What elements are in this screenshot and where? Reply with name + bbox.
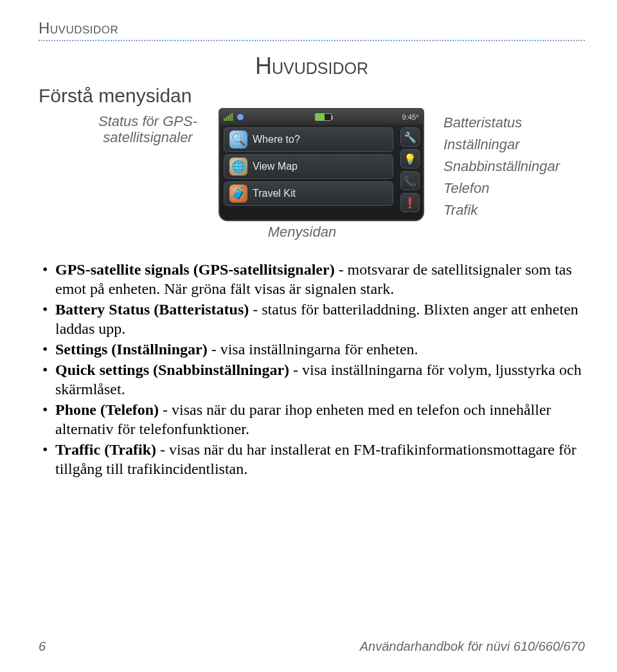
list-item: Traffic (Trafik) - visas när du har inst… [39,440,585,478]
bulb-icon[interactable]: 💡 [400,149,420,168]
feature-bold: Quick settings (Snabbinställningar) [55,361,289,378]
phone-icon[interactable]: 📞 [400,171,420,190]
page-footer: 6 Användarhandbok för nüvi 610/660/670 [39,639,585,654]
list-item: Quick settings (Snabbinställningar) - vi… [39,360,585,399]
device-menu-list: 🔍 Where to? 🌐 View Map 🧳 Travel Kit [220,125,397,220]
label-snabbinstallningar: Snabbinställningar [443,156,585,177]
device-body: 🔍 Where to? 🌐 View Map 🧳 Travel Kit 🔧 💡 … [220,125,423,220]
label-gps-signals: Status för GPS- satellitsignaler [84,113,212,146]
label-telefon: Telefon [443,177,585,199]
menu-item-label: Travel Kit [253,188,296,199]
page-title: Huvudsidor [39,53,585,80]
label-gps-line1: Status för GPS- [98,113,197,129]
device-statusbar: 9:45ᴬ [220,109,423,125]
menu-item-label: Where to? [253,134,300,145]
magnifier-icon: 🔍 [229,131,247,149]
label-trafik: Trafik [443,199,585,221]
section-heading: Förstå menysidan [39,85,585,107]
bluetooth-icon [237,113,244,121]
menu-diagram: Status för GPS- satellitsignaler 9:45ᴬ 🔍… [39,108,585,256]
feature-rest: - visa inställningarna för enheten. [208,341,418,358]
feature-bold: Settings (Inställningar) [55,341,208,358]
menu-item-label: View Map [253,161,298,172]
label-batteristatus: Batteristatus [443,112,585,134]
doc-title: Användarhandbok för nüvi 610/660/670 [360,639,585,654]
caption-menysidan: Menysidan [251,224,353,241]
feature-bold: Traffic (Trafik) [55,441,156,458]
wrench-icon[interactable]: 🔧 [400,127,420,147]
list-item: Settings (Inställningar) - visa inställn… [39,340,585,359]
menu-item-where-to[interactable]: 🔍 Where to? [224,127,393,152]
feature-bold: Phone (Telefon) [55,401,159,418]
menu-item-view-map[interactable]: 🌐 View Map [224,154,393,179]
running-header: Huvudsidor [39,19,585,37]
list-item: Phone (Telefon) - visas när du parar iho… [39,400,585,439]
menu-item-travel-kit[interactable]: 🧳 Travel Kit [224,181,393,206]
label-installningar: Inställningar [443,134,585,156]
right-labels: Batteristatus Inställningar Snabbinställ… [443,112,585,221]
page-number: 6 [39,639,46,654]
device-screenshot: 9:45ᴬ 🔍 Where to? 🌐 View Map 🧳 Travel Ki… [219,108,424,221]
signal-bars-icon [224,113,233,121]
device-side-buttons: 🔧 💡 📞 ❗ [397,125,423,220]
header-divider [39,40,585,41]
feature-bold: Battery Status (Batteristatus) [55,301,249,318]
alert-icon[interactable]: ❗ [400,193,420,212]
label-gps-line2: satellitsignaler [103,129,192,145]
feature-bold: GPS-satellite signals (GPS-satellitsigna… [55,261,335,278]
suitcase-icon: 🧳 [229,185,247,203]
clock-text: 9:45ᴬ [402,113,419,122]
battery-icon [315,113,332,121]
feature-list: GPS-satellite signals (GPS-satellitsigna… [39,260,585,478]
list-item: GPS-satellite signals (GPS-satellitsigna… [39,260,585,298]
list-item: Battery Status (Batteristatus) - status … [39,300,585,338]
globe-icon: 🌐 [229,158,247,176]
